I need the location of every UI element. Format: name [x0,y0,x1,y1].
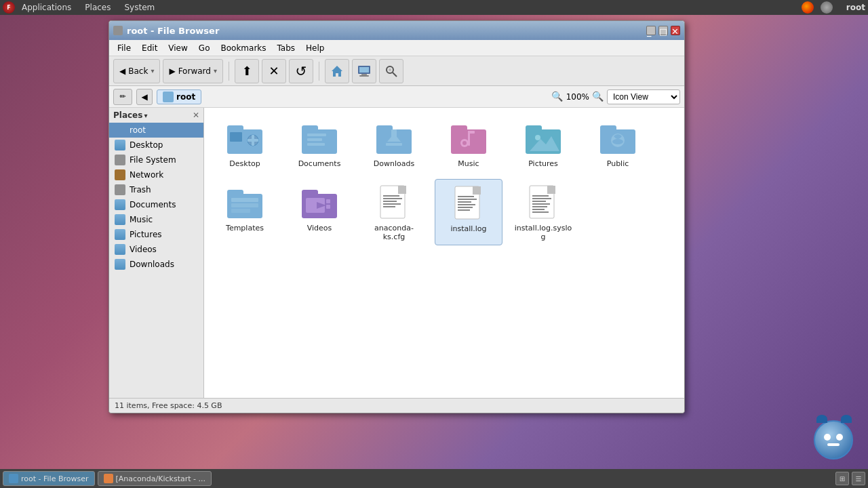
sidebar-downloads-icon [115,259,125,270]
music-folder-label: Music [458,159,479,168]
back-button[interactable]: ◀ Back ▾ [113,59,160,83]
sidebar-item-desktop[interactable]: Desktop [109,138,203,152]
reload-button[interactable]: ↺ [289,59,313,83]
sidebar-item-network[interactable]: Network [109,167,203,182]
username-label: root [846,3,865,12]
taskbar-filebrowser[interactable]: root - File Browser [3,471,95,486]
file-icon-templates[interactable]: Templates [211,179,279,245]
sidebar-item-trash[interactable]: Trash [109,182,203,197]
update-icon[interactable] [821,1,833,14]
file-icon-desktop[interactable]: Desktop [211,115,279,172]
file-icon-downloads[interactable]: Downloads [360,115,428,172]
menu-tabs[interactable]: Tabs [272,42,301,54]
svg-rect-51 [231,209,250,213]
file-icon-install-log[interactable]: install.log [435,179,502,245]
svg-rect-22 [248,139,258,142]
file-icon-install-log-syslog[interactable]: install.log.syslog [509,179,577,245]
downloads-folder-icon [375,119,413,157]
computer-button[interactable] [352,59,376,83]
file-icon-documents[interactable]: Documents [285,115,353,172]
sidebar-item-music[interactable]: Music [109,212,203,227]
taskbar-anaconda[interactable]: [Anaconda/Kickstart - ... [98,471,212,486]
install-log-file-label: install.log [450,224,486,233]
minimize-button[interactable]: _ [646,26,656,35]
svg-rect-34 [451,125,467,132]
sidebar-trash-icon [115,184,125,195]
sidebar-item-downloads[interactable]: Downloads [109,257,203,272]
sidebar-close-button[interactable]: ✕ [193,110,199,120]
svg-rect-12 [361,74,367,75]
svg-rect-74 [458,209,470,211]
svg-line-15 [393,73,397,77]
svg-rect-60 [398,186,406,194]
home-button[interactable] [325,59,349,83]
character-icon [814,420,854,461]
forward-arrow-icon: ▶ [169,66,175,76]
file-icon-anaconda-ks[interactable]: anaconda-ks.cfg [360,179,428,245]
maximize-button[interactable]: □ [658,26,668,35]
up-button[interactable]: ⬆ [235,59,259,83]
applications-menu[interactable]: Applications [19,1,74,14]
forward-button[interactable]: ▶ Forward ▾ [163,59,223,83]
taskbar-list-view-button[interactable]: ☰ [852,472,865,485]
places-menu[interactable]: Places [82,1,113,14]
close-button[interactable]: ✕ [671,26,680,35]
svg-rect-49 [231,198,258,202]
svg-rect-72 [458,204,475,205]
file-icon-videos[interactable]: Videos [285,179,353,245]
taskbar-grid-view-button[interactable]: ⊞ [835,472,849,485]
sidebar-item-root[interactable]: root [109,123,203,138]
documents-folder-icon [300,119,338,157]
file-view: Desktop Documents [204,108,684,398]
location-back-button[interactable]: ◀ [136,89,153,105]
menu-view[interactable]: View [163,42,193,54]
menu-file[interactable]: File [112,42,136,54]
sidebar-item-filesystem[interactable]: File System [109,152,203,167]
distro-logo: F [3,1,15,14]
sidebar-item-pictures[interactable]: Pictures [109,227,203,242]
file-icon-public[interactable]: Public [584,115,652,172]
file-icon-pictures[interactable]: Pictures [509,115,577,172]
downloads-folder-label: Downloads [374,159,414,168]
templates-folder-icon [226,183,264,221]
menu-help[interactable]: Help [300,42,330,54]
menu-edit[interactable]: Edit [136,42,163,54]
svg-rect-18 [227,125,243,132]
pin-icon [113,26,123,35]
location-toggle-button[interactable]: ✏ [113,89,132,105]
zoom-out-button[interactable]: 🔍 [551,91,564,103]
zoom-in-button[interactable]: 🔍 [592,91,604,103]
svg-rect-32 [386,143,402,146]
svg-point-46 [612,139,623,144]
system-menu[interactable]: System [121,1,157,14]
file-icon-grid: Desktop Documents [211,115,677,245]
view-mode-select[interactable]: Icon View List View Compact View [607,89,680,104]
sidebar-item-videos[interactable]: Videos [109,242,203,257]
desktop-folder-label: Desktop [229,159,260,168]
menu-go[interactable]: Go [193,42,216,54]
stop-button[interactable]: ✕ [262,59,286,83]
sidebar-downloads-label: Downloads [130,260,174,269]
sidebar-music-icon [115,214,125,225]
public-folder-icon [599,119,637,157]
install-log-syslog-file-icon [524,183,562,221]
taskbar-right: ⊞ ☰ [835,472,865,485]
menu-bookmarks[interactable]: Bookmarks [215,42,271,54]
char-eye-right [836,434,843,441]
sidebar-places-label: Places [113,110,142,120]
sidebar-item-documents[interactable]: Documents [109,197,203,212]
install-log-syslog-file-label: install.log.syslog [513,224,573,241]
svg-rect-48 [227,190,243,197]
toolbar: ◀ Back ▾ ▶ Forward ▾ ⬆ ✕ ↺ [109,56,684,86]
character-face [814,420,853,460]
file-icon-music[interactable]: Music [435,115,502,172]
path-folder-icon [163,92,174,102]
search-button[interactable] [379,59,403,83]
svg-rect-84 [532,211,549,213]
location-bar: ✏ ◀ root 🔍 100% 🔍 Icon View List View Co… [109,86,684,108]
firefox-icon[interactable] [802,1,814,14]
toolbar-sep-1 [229,62,229,81]
sidebar-header[interactable]: Places ▾ ✕ [109,108,203,123]
current-path-button[interactable]: root [157,89,201,104]
status-text: 11 items, Free space: 4.5 GB [115,401,222,410]
